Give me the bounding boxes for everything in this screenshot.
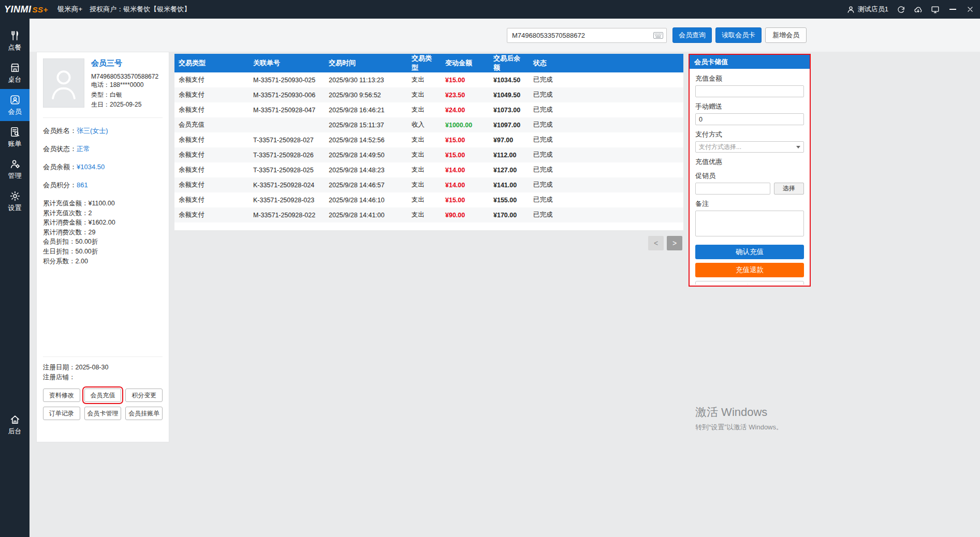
sidebar-item-backend[interactable]: 后台 [0,409,30,441]
cell-time: 2025/9/28 15:11:37 [325,117,407,132]
sidebar-item-bills[interactable]: 账单 [0,121,30,153]
member-action-member-recharge-button[interactable]: 会员充值 [84,389,122,402]
member-phone: 电话：188****0000 [91,80,158,90]
member-action-profile-edit-button[interactable]: 资料修改 [43,389,80,402]
cell-balance: ¥155.00 [489,192,529,207]
cell-amount: ¥24.00 [441,102,489,117]
toolbar-inner: 会员查询读取会员卡新增会员 [507,27,807,43]
recharge-panel-body: 充值金额 手动赠送 支付方式 支付方式选择... 充值优惠 促销员 选择 [690,69,810,285]
pagination-prev-button[interactable]: < [648,236,664,250]
sync-icon[interactable] [897,5,905,14]
info-value: 861 [77,181,88,189]
sidebar-item-members[interactable]: 会员 [0,89,30,121]
remark-label: 备注 [695,199,804,208]
cell-trade-type: 余额支付 [174,192,249,207]
topbar: YINMI SS+ 银米商+ 授权商户：银米餐饮【银米餐饮】 测试店员1 [0,0,980,19]
promoter-input[interactable] [695,183,770,195]
cell-amount: ¥15.00 [441,72,489,87]
member-stat-row: 积分系数：2.00 [43,257,163,266]
cell-filler [571,177,683,192]
member-action-order-records-button[interactable]: 订单记录 [43,407,80,420]
recharge-panel-title: 会员卡储值 [690,55,810,69]
member-query-button[interactable]: 会员查询 [672,27,712,43]
cell-filler [571,117,683,132]
cell-amount: ¥14.00 [441,177,489,192]
member-register-block: 注册日期：2025-08-30 注册店铺： 资料修改会员充值积分变更订单记录会员… [43,356,163,420]
payment-method-select[interactable]: 支付方式选择... [695,141,804,153]
member-identity: 会员三号 M749680533570588672 电话：188****0000 … [91,58,158,110]
sidebar-item-label: 桌台 [8,75,22,84]
close-button[interactable] [966,5,975,14]
info-label: 会员积分： [43,181,77,189]
member-action-credit-bill-button[interactable]: 会员挂账单 [125,407,163,420]
sidebar-item-label: 点餐 [8,43,22,52]
read-member-card-button[interactable]: 读取会员卡 [715,27,762,43]
column-header: 状态 [529,54,571,72]
transaction-row[interactable]: 余额支付T-33571-250928-0262025/9/28 14:49:50… [174,147,683,162]
transaction-row[interactable]: 会员充值2025/9/28 15:11:37收入¥1000.00¥1097.00… [174,117,683,132]
register-shop: 注册店铺： [43,372,163,382]
cell-order-no: M-33571-250928-047 [249,102,325,117]
recharge-refund-button[interactable]: 充值退款 [695,263,804,277]
member-action-card-manage-button[interactable]: 会员卡管理 [84,407,122,420]
add-member-button[interactable]: 新增会员 [765,27,807,43]
cell-direction: 支出 [407,102,441,117]
sidebar-item-tables[interactable]: 桌台 [0,57,30,89]
member-search-input[interactable] [507,28,667,43]
recharge-amount-input[interactable] [695,85,804,97]
transaction-row[interactable]: 余额支付K-33571-250928-0242025/9/28 14:46:57… [174,177,683,192]
confirm-recharge-button[interactable]: 确认充值 [695,245,804,259]
search-wrap [507,28,667,43]
recharge-panel: 会员卡储值 充值金额 手动赠送 支付方式 支付方式选择... 充值优惠 促销员 [689,54,811,287]
manual-gift-label: 手动赠送 [695,102,804,111]
transaction-header-row: 交易类型关联单号交易时间交易类型变动金额交易后余额状态 [174,54,683,72]
display-icon[interactable] [931,5,940,14]
pagination-next-button[interactable]: > [667,236,682,250]
transactions-body: 余额支付M-33571-250930-0252025/9/30 11:13:23… [174,72,683,222]
cloud-download-icon[interactable] [914,5,923,14]
member-stat-row: 累计充值次数：2 [43,208,163,218]
sidebar-item-manage[interactable]: 管理 [0,153,30,185]
transaction-row[interactable]: 余额支付M-33571-250928-0472025/9/28 16:46:21… [174,102,683,117]
cell-status: 已完成 [529,72,571,87]
keyboard-icon[interactable] [653,32,663,39]
content-area: 会员查询读取会员卡新增会员 会员三号 M749680533570588672 电… [30,19,980,537]
info-value: 正常 [77,145,90,153]
sidebar-item-label: 会员 [8,107,22,116]
cell-direction: 支出 [407,207,441,222]
sidebar-nav: 点餐桌台会员账单管理设置 后台 [0,19,30,537]
transaction-row[interactable]: 余额支付M-33571-250930-0252025/9/30 11:13:23… [174,72,683,87]
member-action-points-change-button[interactable]: 积分变更 [125,389,163,402]
transaction-row[interactable]: 余额支付T-33571-250928-0252025/9/28 14:48:23… [174,162,683,177]
manual-gift-input[interactable] [695,113,804,125]
cell-balance: ¥1034.50 [489,72,529,87]
info-label: 会员状态： [43,145,77,153]
promoter-select-button[interactable]: 选择 [774,183,804,195]
sidebar-item-order[interactable]: 点餐 [0,25,30,57]
cell-amount: ¥15.00 [441,192,489,207]
cell-filler [571,192,683,207]
info-label: 会员姓名： [43,127,77,135]
cell-trade-type: 会员充值 [174,117,249,132]
cell-time: 2025/9/28 14:46:10 [325,192,407,207]
cancel-recharge-button[interactable]: 取消充值 [695,281,804,285]
cell-trade-type: 余额支付 [174,177,249,192]
transaction-row[interactable]: 余额支付M-33571-250928-0222025/9/28 14:41:00… [174,207,683,222]
remark-textarea[interactable] [695,211,804,236]
transaction-row[interactable]: 余额支付T-33571-250928-0272025/9/28 14:52:56… [174,132,683,147]
close-icon [967,6,974,13]
gear-icon [9,190,21,202]
cell-filler [571,147,683,162]
cell-balance: ¥170.00 [489,207,529,222]
current-user[interactable]: 测试店员1 [846,5,888,14]
minimize-button[interactable] [948,5,957,14]
transaction-row[interactable]: 余额支付K-33571-250928-0232025/9/28 14:46:10… [174,192,683,207]
member-icon [9,94,21,106]
transaction-row[interactable]: 余额支付M-33571-250930-0062025/9/30 9:56:52支… [174,87,683,102]
cell-time: 2025/9/28 14:48:23 [325,162,407,177]
sidebar-item-settings[interactable]: 设置 [0,185,30,217]
store-icon [9,62,21,73]
member-panel: 会员三号 M749680533570588672 电话：188****0000 … [36,52,169,442]
cell-balance: ¥127.00 [489,162,529,177]
topbar-actions: 测试店员1 [846,5,975,14]
